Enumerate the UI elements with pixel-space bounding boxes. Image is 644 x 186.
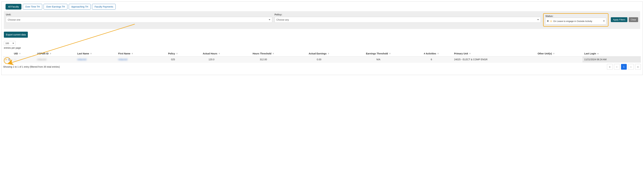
col-status[interactable] [3,51,12,56]
tabs-bar: All Faculty Over Time TH Over Earnings T… [6,4,641,9]
policy-select[interactable]: Choose any [274,17,541,23]
cell-policy: 025 [158,56,188,63]
page-last-button[interactable]: » [635,64,641,70]
chip-remove-icon[interactable]: ✕ [547,19,549,23]
chevron-down-icon [537,19,539,20]
cell-earnings-threshold: N/A [346,56,410,63]
col-earnings-threshold[interactable]: Earnings Threshold [346,51,410,56]
col-last-login[interactable]: Last Login▼ [582,51,641,56]
sort-icon [553,53,555,54]
cell-ucpath-id: redacted [36,56,76,63]
tab-approaching-th[interactable]: Approaching TH [69,4,91,9]
sort-icon [50,53,52,54]
chevron-down-icon [269,19,270,20]
tab-all-faculty[interactable]: All Faculty [6,4,22,9]
page-size-suffix: entries per page [4,46,641,49]
apply-filters-button[interactable]: Apply Filters [611,17,627,22]
clock-icon [8,58,10,61]
sort-icon [328,53,330,54]
sort-icon [19,53,21,54]
col-first-name[interactable]: First Name [116,51,158,56]
col-uid[interactable]: UID [12,51,36,56]
col-last-name[interactable]: Last Name [76,51,117,56]
export-button[interactable]: Export current data [4,32,28,38]
policy-filter: Policy: Choose any [274,13,541,23]
cell-actual-hours: 120.0 [188,56,235,63]
col-other-units[interactable]: Other Unit(s) [536,51,582,56]
policy-label: Policy: [274,13,541,16]
sort-desc-icon: ▼ [597,53,599,55]
svg-point-9 [6,59,6,60]
sun-icon [550,20,552,22]
col-primary-unit[interactable]: Primary Unit [452,51,536,56]
table-row[interactable]: — redacted redacted redacted 025 120.0 3… [3,56,641,63]
col-hours-threshold[interactable]: Hours Threshold [235,51,292,56]
sort-icon [437,53,439,54]
col-actual-earnings[interactable]: Actual Earnings [292,51,346,56]
policy-select-value: Choose any [276,18,289,21]
pagination: « ‹ 1 › » [607,64,641,70]
cell-activities: 6 [410,56,452,63]
svg-line-20 [10,59,10,60]
status-select[interactable]: ✕ On Leave to engage in Outside Activity [545,18,606,24]
col-actual-hours[interactable]: Actual Hours [188,51,235,56]
faculty-table: UID UCPath ID Last Name First Name Polic… [3,51,641,63]
page-next-button[interactable]: › [628,64,634,70]
status-filter-highlight: Status: ✕ On Leave to engage in Outside … [543,13,608,27]
tab-over-time-th[interactable]: Over Time TH [23,4,42,9]
col-activities[interactable]: # Activities [410,51,452,56]
col-ucpath-id[interactable]: UCPath ID [36,51,76,56]
unit-label: Unit: [6,13,272,16]
tab-faculty-payments[interactable]: Faculty Payments [92,4,116,9]
sort-icon [90,53,92,54]
table-info: Showing 1 to 1 of 1 entry (filtered from… [3,65,60,68]
svg-line-8 [552,20,552,20]
sort-icon [176,53,178,54]
cell-actual-earnings: 0.00 [292,56,346,63]
cell-last-name[interactable]: redacted [76,56,117,63]
sort-icon [132,53,133,54]
page-size-select[interactable]: 100 [4,41,16,45]
page-first-button[interactable]: « [607,64,613,70]
svg-point-0 [551,21,552,22]
sort-icon [469,53,471,54]
svg-line-6 [552,22,552,22]
sort-icon [218,53,220,54]
status-chip: ✕ On Leave to engage in Outside Activity [547,19,592,23]
status-label: Status: [545,15,553,17]
col-policy[interactable]: Policy [158,51,188,56]
unit-select-value: Choose one [8,18,20,21]
chevron-down-icon [12,43,14,44]
table-footer: Showing 1 to 1 of 1 entry (filtered from… [3,64,641,70]
cell-first-name[interactable]: redacted [116,56,158,63]
cell-other-units [536,56,582,63]
svg-line-5 [550,20,550,20]
tab-over-earnings-th[interactable]: Over Earnings TH [44,4,68,9]
status-chip-label: On Leave to engage in Outside Activity [553,20,592,22]
chevron-down-icon [603,20,605,22]
sort-icon [272,53,274,54]
unit-select[interactable]: Choose one [6,17,272,23]
cell-primary-unit: 24025 - ELECT & COMP ENGR [452,56,536,63]
page-prev-button[interactable]: ‹ [614,64,620,70]
unit-filter: Unit: Choose one [6,13,272,23]
clear-filters-button[interactable]: Clear [629,17,638,22]
page-size-value: 100 [5,42,9,44]
svg-line-7 [550,22,550,22]
sort-icon [389,53,391,54]
sun-icon [5,58,8,61]
cell-uid: — [12,56,36,63]
cell-hours-threshold: 312.00 [235,56,292,63]
page-size-control: 100 entries per page [4,41,641,49]
page-number-button[interactable]: 1 [621,64,627,70]
filter-bar: Unit: Choose one Policy: Choose any Stat… [4,11,640,29]
filter-actions: Apply Filters Clear [611,17,638,22]
cell-last-login: 11/21/2024 06:24 AM [582,56,641,63]
status-cell [5,58,10,61]
